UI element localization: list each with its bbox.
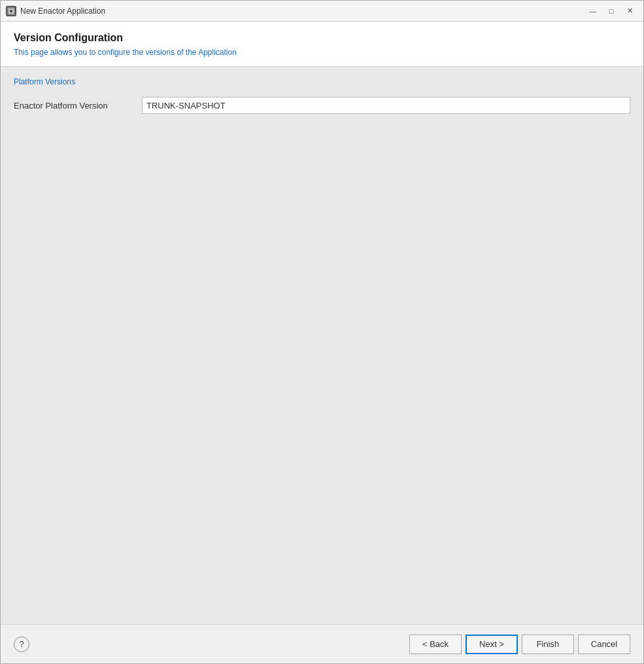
content-header: Version Configuration This page allows y…: [1, 22, 643, 67]
page-description: This page allows you to configure the ve…: [14, 48, 630, 57]
footer-buttons: < Back Next > Finish Cancel: [409, 635, 630, 654]
svg-rect-2: [10, 10, 12, 12]
next-button[interactable]: Next >: [466, 635, 518, 654]
footer-left: ?: [14, 637, 29, 652]
app-icon: [6, 6, 16, 16]
main-window: New Enactor Application — □ ✕ Version Co…: [0, 0, 644, 664]
finish-button[interactable]: Finish: [522, 635, 574, 654]
platform-version-input[interactable]: [142, 97, 630, 114]
window-title: New Enactor Application: [20, 7, 105, 16]
back-button[interactable]: < Back: [409, 635, 462, 654]
help-button[interactable]: ?: [14, 637, 29, 652]
section-platform-versions-label: Platform Versions: [14, 77, 630, 86]
minimize-button[interactable]: —: [585, 4, 602, 18]
main-content: Platform Versions Enactor Platform Versi…: [1, 67, 643, 624]
title-bar-controls: — □ ✕: [585, 4, 638, 18]
platform-version-row: Enactor Platform Version: [14, 97, 630, 114]
footer: ? < Back Next > Finish Cancel: [1, 624, 643, 663]
title-bar: New Enactor Application — □ ✕: [1, 1, 643, 22]
close-button[interactable]: ✕: [621, 4, 638, 18]
title-bar-left: New Enactor Application: [6, 6, 105, 16]
cancel-button[interactable]: Cancel: [578, 635, 630, 654]
platform-version-label: Enactor Platform Version: [14, 101, 131, 111]
page-title: Version Configuration: [14, 32, 630, 44]
maximize-button[interactable]: □: [603, 4, 620, 18]
